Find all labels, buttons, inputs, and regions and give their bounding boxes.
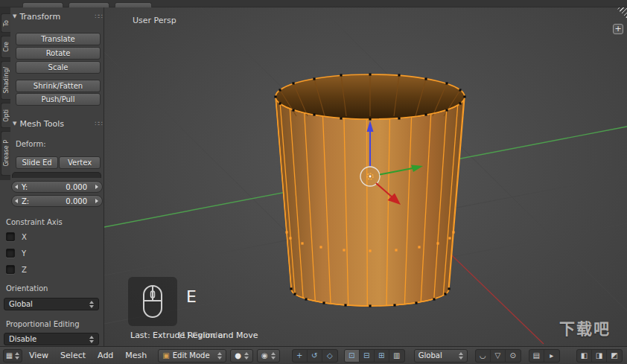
- clipped-button-stub: [115, 2, 152, 7]
- constraint-x-checkbox[interactable]: [6, 232, 15, 241]
- display-options-group: ◧ ◨ ◩: [576, 349, 623, 363]
- display-option-b-button[interactable]: ◨: [592, 350, 607, 362]
- collapse-icon[interactable]: ▼: [13, 121, 16, 127]
- manipulator-translate-button[interactable]: +: [293, 350, 308, 362]
- rotate-button[interactable]: Rotate: [16, 47, 101, 60]
- constraint-x-row: X: [6, 232, 27, 241]
- tab-options[interactable]: Opti: [1, 103, 10, 128]
- opengl-render-button[interactable]: ▤: [529, 350, 544, 362]
- field-label: Z:: [22, 197, 29, 205]
- orientation-label: Orientation: [6, 284, 48, 293]
- proportional-editing-dropdown[interactable]: Disable: [4, 333, 99, 345]
- view-name-label: User Persp: [133, 16, 176, 25]
- updown-arrows-icon: [244, 352, 249, 360]
- viewport-shading-dropdown[interactable]: ●: [230, 349, 253, 363]
- tab-shading-uvs[interactable]: Shading/: [1, 61, 10, 100]
- tab-tools[interactable]: To: [1, 13, 10, 33]
- mode-label: Edit Mode: [173, 351, 210, 360]
- clipped-button-stub: [22, 2, 63, 7]
- display-option-c-button[interactable]: ◩: [607, 350, 622, 362]
- deform-label: Deform:: [16, 140, 46, 148]
- tab-grease-pencil[interactable]: Grease P: [1, 131, 10, 176]
- opengl-render-anim-button[interactable]: ▸: [544, 350, 559, 362]
- select-mode-group: ⊡ ⊟ ⊞ ▥: [344, 349, 405, 363]
- blender-window: To Cre Shading/ Opti Grease P ▼ Transfor…: [0, 0, 627, 364]
- updown-arrows-icon: [271, 352, 276, 360]
- proportional-editing-label: Proportional Editing: [6, 320, 80, 328]
- updown-arrows-icon: [89, 301, 94, 308]
- slide-edge-button[interactable]: Slide Ed: [16, 156, 58, 169]
- edge-select-button[interactable]: ⊟: [360, 350, 375, 362]
- properties-region-toggle[interactable]: +: [613, 24, 623, 34]
- editor-type-icon: ▦: [6, 351, 13, 360]
- shrink-fatten-button[interactable]: Shrink/Fatten: [16, 80, 101, 92]
- edit-mode-icon: ▣: [162, 351, 169, 360]
- mesh-tools-panel-header[interactable]: ▼ Mesh Tools ∷∷: [13, 118, 102, 130]
- checkbox-label: X: [22, 233, 27, 241]
- panel-title: Transform: [19, 12, 60, 22]
- render-group: ▤ ▸: [529, 349, 560, 363]
- decrement-arrow-icon[interactable]: [15, 185, 18, 189]
- checkbox-label: Z: [22, 266, 27, 274]
- updown-arrows-icon: [89, 336, 94, 343]
- vertex-button[interactable]: Vertex: [59, 156, 101, 169]
- mouse-icon: [138, 281, 168, 322]
- pressed-key-label: E: [186, 287, 197, 306]
- decrement-arrow-icon[interactable]: [15, 199, 18, 203]
- panel-title: Mesh Tools: [19, 119, 64, 129]
- updown-arrows-icon: [217, 352, 222, 360]
- orientation-dropdown[interactable]: Global: [4, 298, 99, 310]
- collapse-icon[interactable]: ▼: [13, 13, 16, 19]
- field-value: 0.000: [66, 183, 87, 191]
- display-option-a-button[interactable]: ◧: [577, 350, 592, 362]
- cylinder-object[interactable]: [274, 73, 465, 307]
- increment-arrow-icon[interactable]: [95, 185, 98, 189]
- snap-magnet-button[interactable]: ◡: [476, 350, 491, 362]
- snap-element-button[interactable]: ▽: [491, 350, 506, 362]
- tool-shelf: To Cre Shading/ Opti Grease P ▼ Transfor…: [0, 7, 104, 346]
- menu-mesh[interactable]: Mesh: [120, 349, 152, 363]
- panel-grip-icon[interactable]: ∷∷: [95, 13, 102, 20]
- menu-add[interactable]: Add: [92, 349, 118, 363]
- manipulator-toggle-group: + ↺ ◇: [292, 349, 338, 363]
- editor-type-selector[interactable]: ▦: [3, 349, 22, 363]
- increment-arrow-icon[interactable]: [95, 199, 98, 203]
- last-operator-text: Last: Extrude Region and Move: [130, 331, 258, 340]
- clipped-button-stub: [69, 2, 109, 7]
- mouse-hint-panel: [128, 277, 177, 326]
- panel-grip-icon[interactable]: ∷∷: [95, 120, 102, 127]
- transform-orientation-dropdown[interactable]: Global: [414, 349, 468, 363]
- clipped-top-panel: [0, 0, 627, 7]
- menu-view[interactable]: View: [24, 349, 54, 363]
- constraint-z-checkbox[interactable]: [6, 265, 15, 274]
- tool-shelf-tabs: To Cre Shading/ Opti Grease P: [0, 7, 10, 180]
- constraint-y-checkbox[interactable]: [6, 249, 15, 258]
- mode-dropdown[interactable]: ▣ Edit Mode: [158, 349, 226, 363]
- tab-create[interactable]: Cre: [1, 36, 10, 58]
- viewport-3d[interactable]: User Persp + E (1) Cylinder Last: Extrud…: [104, 7, 627, 346]
- vertex-select-button[interactable]: ⊡: [345, 350, 360, 362]
- dropdown-value: Disable: [9, 335, 36, 343]
- y-value-field[interactable]: Y: 0.000: [11, 181, 103, 193]
- z-value-field[interactable]: Z: 0.000: [11, 195, 103, 207]
- shading-sphere-icon: ●: [235, 351, 241, 360]
- scale-button[interactable]: Scale: [16, 61, 101, 74]
- push-pull-button[interactable]: Push/Pull: [16, 93, 101, 106]
- limit-to-visible-button[interactable]: ▥: [389, 350, 404, 362]
- viewport-header-bar: ▦ View Select Add Mesh ▣ Edit Mode ● ◉ +…: [0, 346, 627, 364]
- constraint-axis-label: Constraint Axis: [6, 218, 63, 226]
- screencast-key-hint: E: [128, 277, 232, 329]
- pivot-point-dropdown[interactable]: ◉: [257, 349, 280, 363]
- manipulator-rotate-button[interactable]: ↺: [308, 350, 322, 362]
- manipulator-scale-button[interactable]: ◇: [322, 350, 337, 362]
- snap-target-button[interactable]: ⊙: [506, 350, 521, 362]
- constraint-y-row: Y: [6, 249, 26, 258]
- updown-arrows-icon: [15, 352, 19, 360]
- pivot-point-icon: ◉: [261, 351, 268, 360]
- translate-button[interactable]: Translate: [16, 33, 101, 45]
- transform-panel-header[interactable]: ▼ Transform ∷∷: [13, 10, 102, 22]
- menu-select[interactable]: Select: [55, 349, 91, 363]
- face-select-button[interactable]: ⊞: [375, 350, 389, 362]
- field-label: Y:: [22, 183, 28, 191]
- watermark: 下载吧: [559, 316, 611, 339]
